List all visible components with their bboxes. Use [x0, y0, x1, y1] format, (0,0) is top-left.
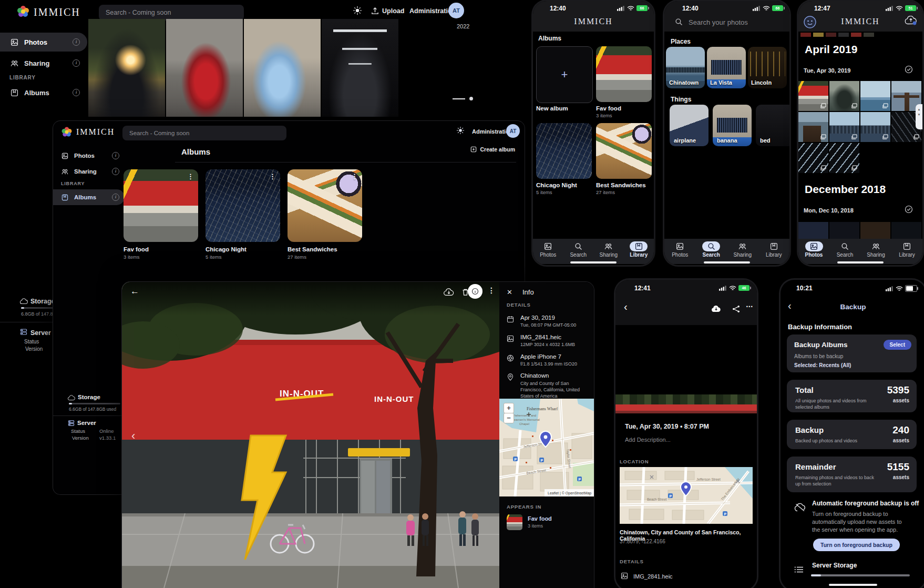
back-icon[interactable]: ←	[130, 286, 139, 297]
album-title[interactable]: Fav food	[124, 246, 149, 252]
more-menu-icon[interactable]: ⋮	[488, 286, 495, 295]
backup-upload-icon[interactable]	[905, 16, 917, 27]
photo-tile[interactable]	[891, 222, 921, 239]
photo-viewer-image[interactable]: IN-N-OUT IN-N-OUT	[122, 282, 499, 588]
map-zoom-out-button[interactable]: −	[504, 413, 514, 423]
photos-icon	[11, 38, 18, 46]
album-card-best-sandwiches[interactable]	[596, 123, 652, 179]
nav-tab-photos[interactable]: Photos	[664, 239, 696, 264]
info-icon[interactable]: i	[73, 38, 80, 46]
nav-tab-sharing[interactable]: Sharing	[727, 239, 758, 264]
info-toggle-icon[interactable]	[468, 284, 482, 299]
location-map[interactable]: P P P Fishermans Wharf Fishermen's and S…	[499, 399, 594, 496]
sidebar-item-photos[interactable]: Photos i	[53, 148, 125, 163]
search-input[interactable]: Search your photos	[689, 18, 748, 26]
previous-photo-icon[interactable]: ‹	[131, 429, 135, 443]
battery-icon: 66	[636, 5, 648, 11]
album-card-fav-food[interactable]: ⋮	[124, 169, 198, 242]
place-card-lincoln[interactable]: Lincoln	[748, 47, 787, 88]
download-icon[interactable]	[444, 288, 454, 298]
album-menu-icon[interactable]: ⋮	[351, 173, 358, 180]
back-icon[interactable]: ‹	[624, 301, 628, 313]
album-title[interactable]: Best Sandwiches	[596, 182, 646, 188]
home-indicator[interactable]	[570, 261, 617, 263]
nav-tab-library[interactable]: Library	[891, 239, 922, 264]
photo-thumbnail[interactable]	[244, 19, 321, 117]
sidebar-item-sharing[interactable]: Sharing i	[53, 164, 125, 179]
home-indicator[interactable]	[837, 261, 884, 263]
album-card-fav-food[interactable]	[596, 46, 652, 102]
sidebar-item-albums[interactable]: Albums i	[0, 84, 87, 101]
thing-card-banana[interactable]: banana	[713, 105, 752, 146]
nav-tab-photos[interactable]: Photos	[798, 239, 829, 264]
info-icon[interactable]: i	[112, 194, 119, 201]
user-avatar[interactable]: AT	[506, 124, 520, 138]
info-icon[interactable]: i	[112, 152, 119, 159]
info-icon[interactable]: i	[112, 168, 119, 175]
search-input[interactable]: Search - Coming soon	[99, 5, 244, 21]
nav-tab-photos[interactable]: Photos	[533, 239, 563, 264]
download-icon[interactable]	[711, 305, 721, 315]
album-card-chicago-night[interactable]: ⋮	[206, 169, 280, 242]
nav-tab-library[interactable]: Library	[624, 239, 654, 264]
map-attribution[interactable]: Leaflet | © OpenStreetMap	[548, 491, 591, 495]
photo-tile[interactable]	[829, 222, 859, 239]
new-album-button[interactable]: +	[536, 46, 593, 103]
close-icon[interactable]: ✕	[507, 288, 512, 296]
turn-on-foreground-backup-button[interactable]: Turn on foreground backup	[813, 539, 900, 551]
album-card-best-sandwiches[interactable]: ⋮	[288, 169, 362, 242]
select-button[interactable]: Select	[884, 340, 911, 350]
appears-in-album-thumb[interactable]	[507, 514, 522, 530]
user-avatar[interactable]: AT	[448, 3, 464, 18]
nav-tab-sharing[interactable]: Sharing	[860, 239, 891, 264]
info-icon[interactable]: i	[73, 89, 80, 96]
create-album-button[interactable]: Create album	[470, 146, 515, 153]
album-title[interactable]: Fav food	[596, 105, 621, 111]
more-menu-icon[interactable]: ⋯	[746, 302, 753, 310]
search-input[interactable]: Search - Coming soon	[122, 126, 286, 140]
album-menu-icon[interactable]: ⋮	[187, 173, 194, 180]
home-indicator[interactable]	[829, 584, 877, 586]
upload-button[interactable]: Upload	[382, 7, 404, 15]
photo-thumbnail[interactable]	[88, 19, 165, 117]
photo-strip[interactable]	[615, 394, 757, 413]
timeline-scrollbar[interactable]: ▲ ▼	[916, 104, 922, 129]
nav-tab-library[interactable]: Library	[758, 239, 790, 264]
home-indicator[interactable]	[704, 261, 750, 263]
album-title[interactable]: Best Sandwiches	[288, 246, 337, 252]
album-menu-icon[interactable]: ⋮	[269, 173, 276, 180]
timeline-year-label: 2022	[457, 23, 469, 29]
thing-card-airplane[interactable]: airplane	[670, 105, 709, 146]
select-all-check-icon[interactable]	[905, 65, 913, 76]
photo-tile[interactable]	[798, 222, 828, 239]
nav-tab-search[interactable]: Search	[696, 239, 727, 264]
theme-toggle-icon[interactable]	[353, 6, 362, 17]
nav-tab-search[interactable]: Search	[563, 239, 594, 264]
info-icon[interactable]: i	[73, 59, 80, 67]
add-description-field[interactable]: Add Description...	[625, 437, 671, 443]
appears-in-album-title[interactable]: Fav food	[528, 515, 552, 522]
location-map[interactable]: P P Jefferson Street Beach Street The Em…	[620, 467, 753, 524]
sidebar-item-photos[interactable]: Photos i	[0, 33, 87, 52]
photo-tile[interactable]	[860, 222, 890, 239]
album-card-chicago-night[interactable]	[536, 123, 592, 179]
photo-area[interactable]	[615, 325, 757, 394]
map-zoom-in-button[interactable]: +	[504, 403, 514, 413]
album-title[interactable]: Chicago Night	[536, 182, 577, 188]
sidebar-item-sharing[interactable]: Sharing i	[0, 55, 87, 72]
album-title[interactable]: Chicago Night	[206, 246, 247, 252]
sidebar-item-albums[interactable]: Albums i	[53, 189, 125, 205]
photo-thumbnail[interactable]	[166, 19, 243, 117]
place-card-chinatown[interactable]: Chinatown	[666, 47, 705, 88]
photo-thumbnail[interactable]	[322, 19, 398, 117]
nav-tab-search[interactable]: Search	[829, 239, 860, 264]
theme-toggle-icon[interactable]	[457, 127, 464, 136]
nav-tab-sharing[interactable]: Sharing	[593, 239, 624, 264]
share-icon[interactable]	[732, 305, 740, 315]
place-card-la-vista[interactable]: La Vista	[707, 47, 746, 88]
select-all-check-icon[interactable]	[905, 205, 913, 216]
timeline-scrubber[interactable]	[453, 98, 465, 99]
upload-icon[interactable]	[371, 7, 379, 17]
thing-card-bed[interactable]: bed	[756, 105, 789, 146]
timeline-scrubber-dot[interactable]	[469, 97, 473, 100]
